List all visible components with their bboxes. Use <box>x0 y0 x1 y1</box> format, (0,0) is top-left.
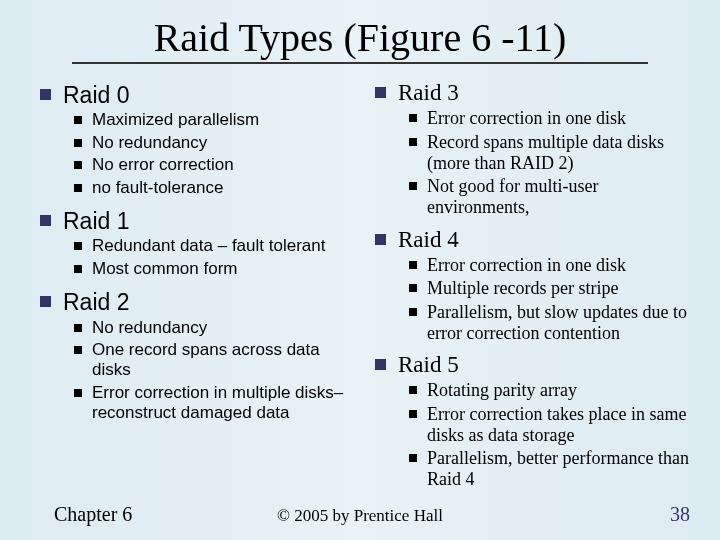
item-text: Not good for multi-user environments, <box>427 176 692 218</box>
heading-text: Raid 4 <box>398 227 459 253</box>
item-text: Maximized parallelism <box>92 110 259 130</box>
footer-copyright: © 2005 by Prentice Hall <box>0 506 720 526</box>
item-text: Error correction in one disk <box>427 255 626 276</box>
item-text: Redundant data – fault tolerant <box>92 236 325 256</box>
list-item: Rotating parity array <box>409 380 692 401</box>
square-bullet-icon <box>74 242 82 250</box>
content-columns: Raid 0 Maximized parallelism No redundan… <box>40 72 692 491</box>
item-text: Error correction in one disk <box>427 108 626 129</box>
heading-raid-5: Raid 5 <box>375 352 692 378</box>
square-bullet-icon <box>74 116 82 124</box>
item-text: No redundancy <box>92 318 207 338</box>
slide-title: Raid Types (Figure 6 -11) <box>0 14 720 61</box>
item-text: Parallelism, but slow updates due to err… <box>427 302 692 344</box>
list-item: Not good for multi-user environments, <box>409 176 692 218</box>
item-text: Rotating parity array <box>427 380 577 401</box>
heading-text: Raid 2 <box>63 289 129 315</box>
square-bullet-icon <box>409 182 417 190</box>
list-item: Redundant data – fault tolerant <box>74 236 357 256</box>
title-underline <box>72 62 648 64</box>
heading-text: Raid 0 <box>63 82 129 108</box>
list-item: No error correction <box>74 155 357 175</box>
list-item: No redundancy <box>74 133 357 153</box>
item-text: No redundancy <box>92 133 207 153</box>
square-bullet-icon <box>409 138 417 146</box>
list-item: Parallelism, better performance than Rai… <box>409 448 692 490</box>
square-bullet-icon <box>409 284 417 292</box>
square-bullet-icon <box>375 87 386 98</box>
square-bullet-icon <box>409 114 417 122</box>
item-text: Most common form <box>92 259 237 279</box>
list-item: Multiple records per stripe <box>409 278 692 299</box>
item-text: No error correction <box>92 155 234 175</box>
list-item: No redundancy <box>74 318 357 338</box>
right-column: Raid 3 Error correction in one disk Reco… <box>375 72 692 491</box>
square-bullet-icon <box>40 89 51 100</box>
square-bullet-icon <box>74 265 82 273</box>
square-bullet-icon <box>40 215 51 226</box>
square-bullet-icon <box>74 184 82 192</box>
item-text: Record spans multiple data disks (more t… <box>427 132 692 174</box>
square-bullet-icon <box>74 389 82 397</box>
square-bullet-icon <box>409 308 417 316</box>
list-item: Record spans multiple data disks (more t… <box>409 132 692 174</box>
slide: Raid Types (Figure 6 -11) Raid 0 Maximiz… <box>0 0 720 540</box>
square-bullet-icon <box>375 234 386 245</box>
item-text: Error correction takes place in same dis… <box>427 404 692 446</box>
heading-raid-3: Raid 3 <box>375 80 692 106</box>
list-item: Error correction takes place in same dis… <box>409 404 692 446</box>
square-bullet-icon <box>409 454 417 462</box>
list-item: One record spans across data disks <box>74 340 357 381</box>
list-item: Error correction in one disk <box>409 255 692 276</box>
square-bullet-icon <box>74 139 82 147</box>
item-text: Parallelism, better performance than Rai… <box>427 448 692 490</box>
item-text: One record spans across data disks <box>92 340 357 381</box>
heading-text: Raid 1 <box>63 208 129 234</box>
footer-page-number: 38 <box>670 503 690 526</box>
list-item: Most common form <box>74 259 357 279</box>
list-item: Parallelism, but slow updates due to err… <box>409 302 692 344</box>
square-bullet-icon <box>74 324 82 332</box>
square-bullet-icon <box>409 410 417 418</box>
list-item: Error correction in one disk <box>409 108 692 129</box>
list-item: no fault-tolerance <box>74 178 357 198</box>
square-bullet-icon <box>409 261 417 269</box>
list-item: Maximized parallelism <box>74 110 357 130</box>
heading-raid-4: Raid 4 <box>375 227 692 253</box>
heading-raid-0: Raid 0 <box>40 82 357 108</box>
heading-raid-2: Raid 2 <box>40 289 357 315</box>
square-bullet-icon <box>375 359 386 370</box>
square-bullet-icon <box>74 161 82 169</box>
list-item: Error correction in multiple disks– reco… <box>74 383 357 424</box>
square-bullet-icon <box>40 296 51 307</box>
item-text: no fault-tolerance <box>92 178 223 198</box>
square-bullet-icon <box>74 346 82 354</box>
item-text: Error correction in multiple disks– reco… <box>92 383 357 424</box>
heading-text: Raid 3 <box>398 80 459 106</box>
heading-raid-1: Raid 1 <box>40 208 357 234</box>
square-bullet-icon <box>409 386 417 394</box>
heading-text: Raid 5 <box>398 352 459 378</box>
left-column: Raid 0 Maximized parallelism No redundan… <box>40 72 357 491</box>
item-text: Multiple records per stripe <box>427 278 618 299</box>
